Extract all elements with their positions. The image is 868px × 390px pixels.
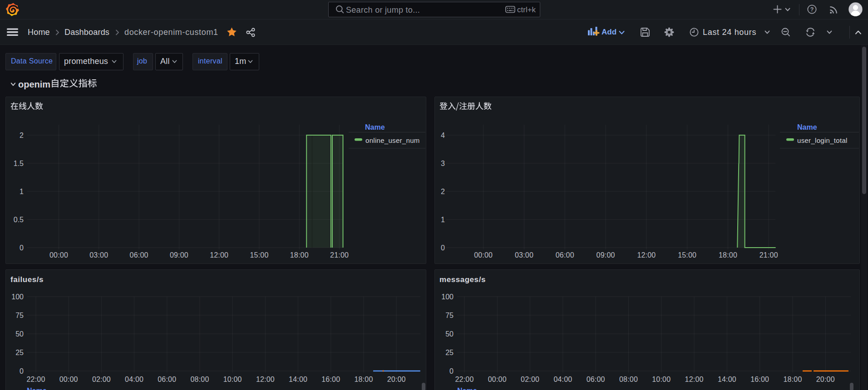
svg-text:50: 50 — [445, 330, 454, 338]
svg-text:?: ? — [810, 6, 814, 13]
svg-text:Name: Name — [27, 387, 47, 390]
svg-text:09:00: 09:00 — [597, 251, 615, 259]
svg-text:14:00: 14:00 — [289, 375, 307, 383]
svg-text:09:00: 09:00 — [170, 251, 188, 259]
svg-text:08:00: 08:00 — [190, 375, 209, 383]
svg-text:12:00: 12:00 — [210, 251, 228, 259]
svg-text:12:00: 12:00 — [256, 375, 275, 383]
svg-text:15:00: 15:00 — [678, 251, 696, 259]
svg-text:0: 0 — [20, 367, 24, 375]
svg-text:06:00: 06:00 — [158, 375, 176, 383]
svg-text:2: 2 — [441, 188, 445, 195]
svg-text:12:00: 12:00 — [637, 251, 656, 259]
svg-text:03:00: 03:00 — [515, 251, 533, 259]
svg-text:1.5: 1.5 — [14, 160, 24, 167]
svg-text:18:00: 18:00 — [354, 375, 373, 383]
svg-text:20:00: 20:00 — [387, 375, 406, 383]
svg-text:50: 50 — [15, 330, 24, 338]
svg-text:1: 1 — [441, 216, 445, 224]
svg-text:16:00: 16:00 — [750, 375, 769, 383]
svg-text:0: 0 — [20, 244, 24, 252]
svg-text:1: 1 — [20, 188, 24, 195]
svg-text:18:00: 18:00 — [290, 251, 309, 259]
svg-text:21:00: 21:00 — [760, 251, 778, 259]
svg-text:Name: Name — [365, 123, 385, 131]
svg-text:00:00: 00:00 — [49, 251, 68, 259]
svg-text:0: 0 — [449, 367, 454, 375]
svg-text:3: 3 — [441, 160, 445, 167]
svg-text:06:00: 06:00 — [587, 375, 605, 383]
svg-text:04:00: 04:00 — [553, 375, 572, 383]
svg-text:Name: Name — [797, 123, 817, 131]
svg-text:00:00: 00:00 — [474, 251, 493, 259]
svg-text:75: 75 — [445, 312, 454, 319]
svg-text:100: 100 — [11, 293, 24, 301]
svg-text:14:00: 14:00 — [718, 375, 736, 383]
svg-text:10:00: 10:00 — [652, 375, 671, 383]
svg-text:75: 75 — [15, 312, 24, 319]
svg-text:03:00: 03:00 — [89, 251, 108, 259]
svg-text:16:00: 16:00 — [321, 375, 340, 383]
svg-text:10:00: 10:00 — [223, 375, 242, 383]
svg-text:02:00: 02:00 — [521, 375, 539, 383]
svg-text:08:00: 08:00 — [619, 375, 638, 383]
svg-text:25: 25 — [445, 349, 454, 356]
svg-text:20:00: 20:00 — [816, 375, 835, 383]
svg-text:02:00: 02:00 — [92, 375, 111, 383]
svg-text:2: 2 — [20, 132, 24, 139]
svg-text:online_user_num: online_user_num — [365, 136, 420, 144]
svg-text:0.5: 0.5 — [14, 216, 24, 224]
svg-text:00:00: 00:00 — [488, 375, 507, 383]
svg-text:12:00: 12:00 — [685, 375, 704, 383]
svg-text:25: 25 — [15, 349, 24, 356]
svg-text:15:00: 15:00 — [250, 251, 268, 259]
svg-text:21:00: 21:00 — [330, 251, 349, 259]
svg-text:18:00: 18:00 — [783, 375, 802, 383]
svg-text:04:00: 04:00 — [125, 375, 143, 383]
svg-text:0: 0 — [441, 244, 445, 252]
svg-text:22:00: 22:00 — [455, 375, 473, 383]
svg-text:Name: Name — [457, 387, 477, 390]
svg-text:06:00: 06:00 — [556, 251, 574, 259]
svg-text:100: 100 — [441, 293, 454, 301]
svg-text:22:00: 22:00 — [26, 375, 45, 383]
svg-text:4: 4 — [441, 132, 445, 139]
svg-text:user_login_total: user_login_total — [797, 136, 848, 144]
svg-text:00:00: 00:00 — [59, 375, 78, 383]
svg-text:18:00: 18:00 — [719, 251, 737, 259]
svg-text:06:00: 06:00 — [130, 251, 148, 259]
